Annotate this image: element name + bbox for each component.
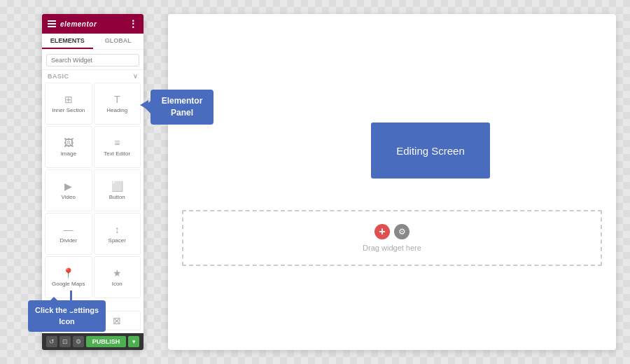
widget-inner-section-label: Inner Section bbox=[52, 107, 85, 113]
pro-widget-2-icon: ⊠ bbox=[113, 315, 121, 326]
panel-options-icon[interactable]: ⋮ bbox=[128, 18, 138, 29]
widget-google-maps-label: Google Maps bbox=[52, 281, 85, 287]
drag-icons: + ⚙ bbox=[374, 224, 410, 239]
widget-heading[interactable]: T Heading bbox=[94, 83, 141, 125]
widget-button[interactable]: ⬜ Button bbox=[94, 169, 141, 211]
settings-arrow-head-icon bbox=[66, 304, 75, 312]
icon-widget-icon: ★ bbox=[113, 267, 122, 279]
hamburger-menu-icon[interactable] bbox=[48, 20, 56, 27]
image-icon: 🖼 bbox=[64, 137, 74, 148]
panel-widgets-grid: ⊞ Inner Section T Heading 🖼 Image ≡ Text… bbox=[42, 83, 144, 298]
widget-divider[interactable]: — Divider bbox=[45, 213, 92, 255]
editing-screen-block[interactable]: Editing Screen bbox=[371, 122, 490, 178]
widget-text-editor-label: Text Editor bbox=[104, 150, 130, 157]
publish-options-button[interactable]: ▾ bbox=[128, 336, 139, 347]
callout-panel-text: ElementorPanel bbox=[162, 96, 203, 118]
video-icon: ▶ bbox=[64, 181, 72, 192]
settings-icon[interactable]: ⚙ bbox=[394, 224, 410, 239]
callout-elementor-panel: ElementorPanel bbox=[150, 90, 214, 125]
search-widget-input[interactable] bbox=[46, 54, 139, 66]
editing-screen-label: Editing Screen bbox=[396, 145, 465, 157]
widget-icon-label: Icon bbox=[112, 281, 122, 287]
panel-logo: elementor bbox=[60, 20, 97, 28]
widget-video[interactable]: ▶ Video bbox=[45, 169, 92, 211]
settings-arrow bbox=[66, 290, 75, 312]
widget-spacer-label: Spacer bbox=[108, 237, 126, 244]
drag-widget-text: Drag widget here bbox=[363, 244, 421, 252]
add-widget-icon[interactable]: + bbox=[374, 224, 390, 239]
panel-search-area bbox=[42, 50, 144, 70]
google-maps-icon: 📍 bbox=[62, 267, 74, 279]
widget-image[interactable]: 🖼 Image bbox=[45, 126, 92, 168]
button-icon: ⬜ bbox=[111, 181, 123, 192]
spacer-icon: ↕ bbox=[115, 224, 120, 235]
panel-footer: ↺ ⊡ ⚙ PUBLISH ▾ bbox=[42, 333, 144, 350]
text-editor-icon: ≡ bbox=[114, 137, 120, 148]
widget-heading-label: Heading bbox=[106, 107, 127, 113]
footer-settings-icon[interactable]: ⚙ bbox=[73, 336, 84, 347]
widget-divider-label: Divider bbox=[59, 237, 77, 244]
widget-video-label: Video bbox=[62, 194, 76, 200]
widget-text-editor[interactable]: ≡ Text Editor bbox=[94, 126, 141, 168]
inner-section-icon: ⊞ bbox=[64, 94, 73, 105]
widget-spacer[interactable]: ↕ Spacer bbox=[94, 213, 141, 255]
panel-tabs: ELEMENTS GLOBAL bbox=[42, 34, 144, 50]
widget-button-label: Button bbox=[109, 194, 125, 200]
drag-widget-section[interactable]: + ⚙ Drag widget here bbox=[182, 210, 602, 266]
widget-image-label: Image bbox=[61, 150, 76, 157]
tab-global[interactable]: GLOBAL bbox=[93, 34, 144, 49]
heading-icon: T bbox=[114, 94, 120, 105]
footer-responsive-icon[interactable]: ⊡ bbox=[59, 336, 71, 347]
widget-inner-section[interactable]: ⊞ Inner Section bbox=[45, 83, 92, 125]
panel-header: elementor ⋮ bbox=[42, 14, 144, 34]
tab-elements[interactable]: ELEMENTS bbox=[42, 34, 93, 49]
footer-history-icon[interactable]: ↺ bbox=[46, 336, 57, 347]
publish-button[interactable]: PUBLISH bbox=[86, 336, 126, 347]
divider-icon: — bbox=[64, 224, 74, 235]
panel-header-left: elementor bbox=[48, 20, 97, 28]
section-basic-label: BASIC ∨ bbox=[42, 70, 144, 83]
widget-icon[interactable]: ★ Icon bbox=[94, 256, 141, 298]
canvas-area: Editing Screen + ⚙ Drag widget here bbox=[168, 14, 616, 350]
settings-arrow-shaft bbox=[70, 290, 72, 304]
